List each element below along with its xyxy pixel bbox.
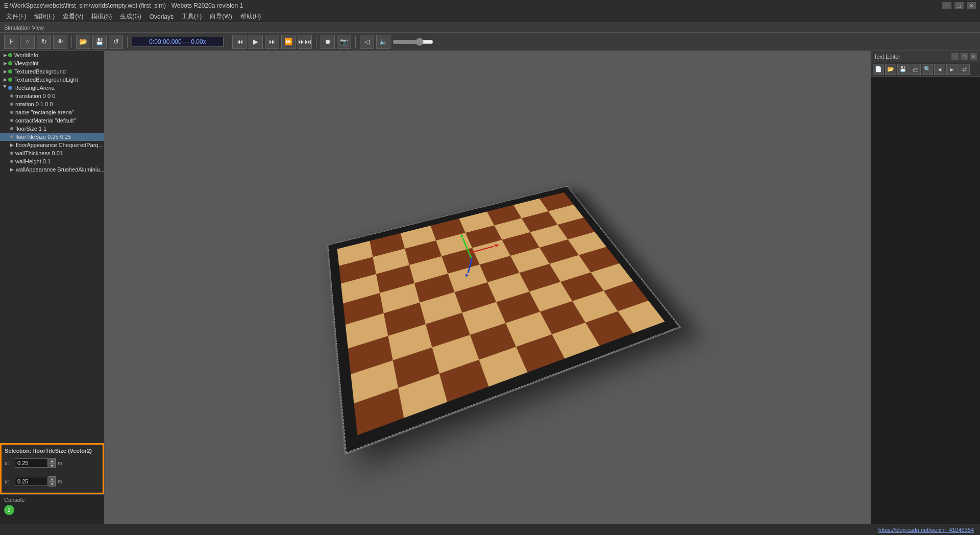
expand-arrow: ▶: [2, 61, 8, 66]
step-forward-button[interactable]: ⏭: [265, 35, 279, 49]
menu-build[interactable]: 生成(G): [116, 11, 145, 22]
tree-item-label: TexturedBackgroundLight: [14, 77, 78, 83]
close-button[interactable]: ✕: [967, 2, 976, 9]
panel-restore[interactable]: □: [961, 53, 968, 60]
field-y-label: y:: [5, 478, 15, 484]
menu-help[interactable]: 帮助(H): [236, 11, 265, 22]
status-url[interactable]: https://blog.csdn.net/weixin_41045354: [878, 527, 974, 533]
field-y-up[interactable]: ▴: [48, 476, 56, 481]
volume-button[interactable]: 🔈: [376, 35, 390, 49]
field-y-unit: m: [58, 479, 62, 484]
tree-item-label: floorSize 1 1: [15, 126, 46, 132]
expand-arrow: ▶: [2, 77, 8, 82]
tree-item-label: wallThickness 0.01: [15, 150, 63, 156]
expand-arrow: ▶: [3, 85, 8, 91]
te-save-button[interactable]: 💾: [897, 64, 909, 75]
tree-item-rectanglearena[interactable]: ▶ RectangleArena: [0, 84, 104, 92]
step-back-button[interactable]: ⏮: [232, 35, 247, 49]
viewport[interactable]: ▲ ▶ ▼: [105, 51, 870, 535]
menu-edit[interactable]: 编辑(E): [30, 11, 59, 22]
panel-window-controls: − □ ✕: [951, 53, 977, 60]
menu-wizard[interactable]: 向导(W): [206, 11, 236, 22]
field-y-input[interactable]: [15, 477, 48, 486]
tree-item-texturedbglight[interactable]: ▶ TexturedBackgroundLight: [0, 76, 104, 84]
tree-item-translation[interactable]: translation 0 0 0: [0, 92, 104, 100]
field-x-label: x:: [5, 460, 15, 466]
tree-item-name[interactable]: name "rectangle arena": [0, 108, 104, 116]
end-button[interactable]: ⏭⏭: [298, 35, 312, 49]
expand-arrow: ▶: [10, 167, 14, 172]
tree-item-contactmaterial[interactable]: contactMaterial "default": [0, 116, 104, 125]
toolbar: ⊦ ○ ↻ 👁 📂 💾 ↺ 0:00:00.000 — 0.00x ⏮ ▶ ⏭ …: [0, 33, 980, 51]
panel-minimize[interactable]: −: [951, 53, 959, 60]
volume-slider[interactable]: [393, 38, 433, 46]
arena-box: ▲ ▶ ▼: [327, 186, 681, 455]
field-x-input[interactable]: [15, 458, 48, 468]
menu-tools[interactable]: 工具(T): [178, 11, 206, 22]
tree-item-label: RectangleArena: [14, 85, 55, 91]
leaf-dot: [10, 160, 13, 163]
tree-item-floorsize[interactable]: floorSize 1 1: [0, 125, 104, 133]
restore-button[interactable]: □: [954, 2, 964, 9]
menu-simulate[interactable]: 模拟(S): [87, 11, 116, 22]
sim-view-text: Simulation View: [4, 25, 44, 31]
leaf-dot: [10, 103, 13, 106]
reload-button[interactable]: ↺: [109, 35, 123, 49]
window-controls: − □ ✕: [942, 2, 976, 9]
leaf-dot: [10, 152, 13, 155]
tree-item-rotation[interactable]: rotation 0 1 0 0: [0, 100, 104, 108]
fast-forward-button[interactable]: ⏩: [281, 35, 296, 49]
tree-item-label: WorldInfo: [14, 52, 38, 58]
field-y-down[interactable]: ▾: [48, 481, 56, 487]
view-button[interactable]: 👁: [53, 35, 67, 49]
main-content: ▶ WorldInfo ▶ Viewpoint ▶ TexturedBackgr…: [0, 51, 980, 535]
tree-item-viewpoint[interactable]: ▶ Viewpoint: [0, 59, 104, 67]
preferences-button[interactable]: ○: [20, 35, 35, 49]
tree-item-floorappearance[interactable]: ▶ floorAppearance ChequeredParq...: [0, 141, 104, 149]
tree-item-floortilesize[interactable]: floorTileSize 0.25 0.25: [0, 133, 104, 141]
te-find-next-button[interactable]: ►: [946, 64, 958, 75]
te-find-button[interactable]: 🔍: [922, 64, 933, 75]
leaf-dot: [10, 135, 13, 138]
selection-title: Selection: floorTileSize (Vector2): [5, 448, 100, 454]
text-editor-content[interactable]: [871, 77, 980, 535]
te-new-button[interactable]: 📄: [873, 64, 884, 75]
minimize-button[interactable]: −: [942, 2, 951, 9]
menu-view[interactable]: 查看(V): [59, 11, 87, 22]
tree-item-label: TexturedBackground: [14, 68, 66, 75]
tree-item-wallthickness[interactable]: wallThickness 0.01: [0, 149, 104, 157]
tree-item-label: floorAppearance ChequeredParq...: [16, 142, 103, 148]
expand-arrow: ▶: [2, 69, 8, 74]
open-button[interactable]: 📂: [76, 35, 90, 49]
menu-overlays[interactable]: Overlays: [145, 12, 178, 21]
leaf-dot: [10, 94, 13, 98]
status-bar: https://blog.csdn.net/weixin_41045354: [0, 524, 980, 535]
field-x-up[interactable]: ▴: [48, 458, 56, 463]
te-replace-button[interactable]: ⇄: [959, 64, 970, 75]
node-dot: [8, 86, 12, 90]
panel-close[interactable]: ✕: [970, 53, 977, 60]
record-button[interactable]: ⏺: [321, 35, 335, 49]
tree-item-worldinfo[interactable]: ▶ WorldInfo: [0, 51, 104, 59]
reset-button[interactable]: ↻: [37, 35, 51, 49]
tree-item-label: wallHeight 0.1: [15, 158, 51, 164]
te-find-prev-button[interactable]: ◄: [934, 64, 945, 75]
field-x-down[interactable]: ▾: [48, 463, 56, 468]
play-button[interactable]: ▶: [249, 35, 263, 49]
tree-item-wallheight[interactable]: wallHeight 0.1: [0, 157, 104, 165]
menu-file[interactable]: 文件(F): [2, 11, 30, 22]
te-open-button[interactable]: 📂: [885, 64, 896, 75]
scene-tree[interactable]: ▶ WorldInfo ▶ Viewpoint ▶ TexturedBackgr…: [0, 51, 104, 443]
tree-item-wallappearance[interactable]: ▶ wallAppearance BrushedAluminiu...: [0, 165, 104, 174]
save-button[interactable]: 💾: [92, 35, 107, 49]
title-bar: E:\WorkSpace\webots\first_sim\worlds\emp…: [0, 0, 980, 11]
snapshot-button[interactable]: 📷: [337, 35, 351, 49]
node-dot: [8, 69, 12, 74]
text-editor-panel: Text Editor − □ ✕ 📄 📂 💾 🗃 🔍 ◄ ► ⇄: [870, 51, 980, 535]
tree-item-texturedbg[interactable]: ▶ TexturedBackground: [0, 67, 104, 76]
back-nav-button[interactable]: ◁: [360, 35, 374, 49]
console-badge: 2: [4, 505, 14, 515]
selection-panel: Selection: floorTileSize (Vector2) x: ▴ …: [0, 443, 104, 494]
te-saveas-button[interactable]: 🗃: [910, 64, 921, 75]
layout-button[interactable]: ⊦: [4, 35, 18, 49]
